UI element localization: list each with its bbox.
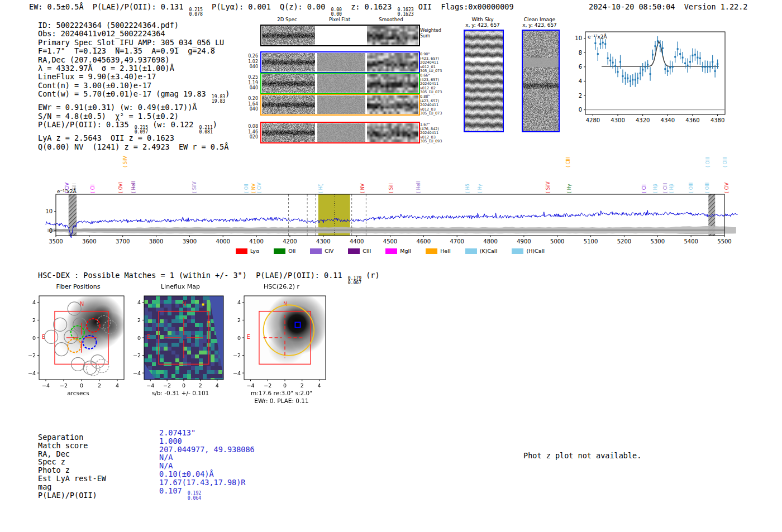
svg-text:−4: −4 — [28, 370, 36, 376]
spec2d-image — [317, 123, 365, 142]
spec2d-col-title: Pixel Flat — [314, 17, 365, 22]
svg-text:2: 2 — [579, 93, 582, 99]
match-row-label: Separation — [38, 433, 106, 442]
spec2d-image — [367, 53, 418, 71]
match-row-label: P(LAE)/P(OII) — [38, 491, 106, 500]
info-line: LyA z = 2.5643 OII z = 0.1623 — [38, 134, 230, 142]
match-row-label: mag — [38, 483, 106, 491]
cutout-title: With Sky — [452, 17, 513, 22]
hsc-panel-axes: −4−4−2−2002244NE — [224, 282, 339, 408]
legend-item: MgII — [385, 248, 411, 254]
svg-text:4: 4 — [216, 382, 219, 389]
svg-text:4700: 4700 — [450, 238, 464, 245]
spec2d-row — [260, 122, 420, 143]
svg-text:5500: 5500 — [717, 238, 731, 245]
spec2d-right-labels: 1.67"(476, 842)20240411v012_03305_LU_093 — [420, 123, 447, 144]
cutout-caption: m:17.6 re:3.0" s:2.0" — [224, 390, 339, 396]
header-datetime-version: 2024-10-20 08:50:04 Version 1.22.2 — [589, 2, 747, 11]
legend-swatch — [348, 248, 360, 254]
svg-text:−2: −2 — [264, 382, 271, 389]
svg-text:0: 0 — [182, 382, 185, 389]
info-line: LineFlux = 9.90(±3.40)e-17 — [38, 73, 230, 81]
svg-text:10: 10 — [575, 35, 582, 41]
spec2d-image — [367, 123, 418, 142]
match-table-labels: SeparationMatch scoreRA, DecSpec zPhoto … — [38, 433, 106, 499]
match-row-value: 2.07413" — [159, 429, 255, 437]
svg-text:4300: 4300 — [611, 117, 624, 123]
match-row-value: 1.000 — [159, 437, 255, 445]
match-row-value: 17.67(17.43,17.98)R — [159, 478, 255, 487]
east-label: E — [247, 334, 250, 340]
svg-text:2: 2 — [199, 382, 202, 389]
svg-text:0: 0 — [137, 335, 141, 341]
fiber-panel-axes: −4−4−2−2002244NE — [19, 282, 137, 408]
svg-text:−2: −2 — [233, 352, 241, 358]
info-line: Cont(w) = 5.70(±0.01)e-17 (gmag 19.83 19… — [38, 90, 230, 103]
spec2d-left-labels: 0.251.19040 — [244, 75, 258, 91]
spec2d-row — [260, 94, 420, 116]
legend-item: CIII — [348, 248, 371, 254]
match-table-values: 2.07413"1.000207.044977, 49.938086N/AN/A… — [159, 429, 255, 500]
svg-text:3700: 3700 — [116, 238, 130, 245]
spec2d-row — [260, 25, 420, 46]
elixer-report-page: EW: 0.5±0.5Å P(LAE)/P(OII): 0.131 0.2150… — [0, 0, 782, 532]
full-spectrum-plot: 3500360037003800390040004100420043004400… — [34, 184, 754, 248]
svg-text:−4: −4 — [233, 370, 241, 376]
match-row-label: Photo z — [38, 466, 106, 475]
zoom-plot-units-annotation: e⁻¹⁷x2Å — [588, 33, 608, 40]
spec2d-image — [367, 74, 418, 93]
svg-text:2: 2 — [301, 382, 304, 389]
spec2d-right-labels: 0.88"(423, 657)20240411v012_03305_LU_073 — [420, 95, 447, 116]
lineflux-map-panel: Lineflux Map−4−4−2−2002244NEs/b: -0.31 +… — [124, 282, 237, 408]
svg-text:2: 2 — [237, 317, 241, 323]
spec2d-image — [262, 26, 315, 45]
svg-text:2: 2 — [137, 317, 141, 323]
legend-swatch — [426, 248, 437, 254]
legend-item: CIV — [310, 248, 333, 254]
svg-text:4: 4 — [137, 299, 141, 305]
spec2d-image — [262, 95, 315, 114]
svg-text:3900: 3900 — [183, 238, 197, 245]
svg-text:−4: −4 — [42, 382, 50, 389]
svg-text:4320: 4320 — [636, 117, 650, 123]
legend-swatch — [465, 248, 477, 254]
emission-line-label: ( CIII — [566, 157, 571, 167]
svg-text:−4: −4 — [133, 370, 141, 376]
legend-item: (K)CaII — [465, 248, 498, 254]
info-line: F=1.7" T=0.123 N=1.35 A=0.91 g=24.8 — [38, 47, 230, 55]
svg-text:4400: 4400 — [350, 238, 364, 245]
svg-text:3500: 3500 — [49, 238, 63, 245]
cutout-coords: x, y: 423, 657 — [511, 22, 569, 28]
north-label: N — [182, 301, 186, 307]
svg-text:3600: 3600 — [82, 238, 96, 245]
match-row-label: Spec z — [38, 458, 106, 466]
spec2d-left-labels: 0.081.46020 — [244, 124, 258, 140]
cutout-caption: arcsecs — [19, 390, 137, 396]
svg-text:0: 0 — [32, 335, 36, 341]
legend-item: HeII — [426, 248, 451, 254]
north-label: N — [283, 301, 287, 307]
zoom-spectrum-plot: 0246810428043004320434043604380e⁻¹⁷x2Å — [575, 26, 743, 135]
svg-text:4360: 4360 — [685, 117, 699, 123]
svg-text:0: 0 — [80, 382, 83, 389]
clean-image-panel: Clean Imagex, y: 423, 657 — [522, 17, 569, 132]
cutout-caption2: EWr: 0. PLAE: 0.11 — [224, 397, 339, 404]
info-line: P(LAE)/P(OII): 0.135 0.2150.097 (w: 0.12… — [38, 121, 230, 134]
spec2d-image — [317, 95, 365, 114]
svg-text:−2: −2 — [163, 382, 171, 389]
svg-text:5300: 5300 — [651, 238, 665, 245]
svg-text:2: 2 — [32, 317, 36, 323]
emission-line-label: ( OIII — [723, 157, 728, 167]
info-line: Q(0.00) NV (1241) z = 2.4923 EW r = 0.5Å — [38, 143, 230, 151]
cutout-box — [464, 30, 504, 132]
spec2d-image — [262, 123, 315, 142]
legend-swatch — [385, 248, 397, 254]
svg-text:4: 4 — [116, 382, 119, 389]
svg-text:4380: 4380 — [711, 117, 724, 123]
photz-note: Phot z plot not available. — [523, 451, 641, 460]
spec2d-image — [317, 74, 365, 93]
match-row-value: 0.10(±0.04)Å — [159, 470, 255, 478]
spec2d-row — [260, 73, 420, 94]
svg-text:−4: −4 — [247, 382, 255, 389]
svg-text:4500: 4500 — [383, 238, 397, 245]
